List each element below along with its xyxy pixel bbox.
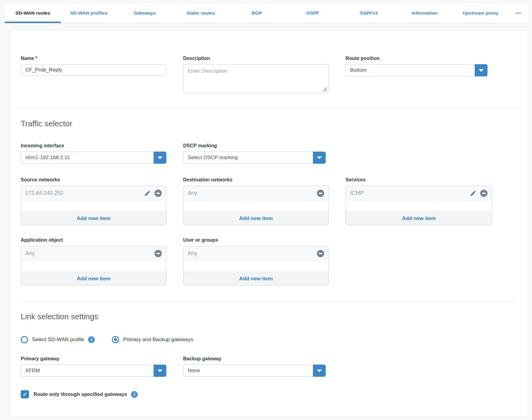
name-label: Name * bbox=[21, 56, 166, 61]
add-new-item-button[interactable]: Add new item bbox=[183, 212, 328, 225]
backup-gateway-select[interactable]: None bbox=[183, 365, 326, 377]
list-item-text: ICMP bbox=[350, 190, 470, 196]
incoming-interface-select[interactable]: xfrm1-192.168.2.11 bbox=[21, 152, 166, 164]
list-item: Any bbox=[21, 246, 166, 261]
description-textarea[interactable] bbox=[183, 64, 329, 93]
destination-networks-label: Destination networks bbox=[183, 177, 329, 183]
application-object-list: Any Add new item bbox=[21, 246, 166, 285]
checkmark-icon: ✓ bbox=[23, 391, 27, 398]
tab-static-routes[interactable]: Static routes bbox=[173, 3, 229, 23]
tab-upstream-proxy[interactable]: Upstream proxy bbox=[452, 3, 509, 23]
add-new-item-button[interactable]: Add new item bbox=[346, 212, 492, 225]
route-only-label: Route only through specified gateways bbox=[34, 391, 127, 397]
application-object-label: Application object bbox=[21, 237, 166, 243]
list-item: Any bbox=[183, 186, 328, 201]
sdwan-route-form: Name * Description Route position Bottom bbox=[10, 30, 528, 417]
tab-information[interactable]: Information bbox=[397, 3, 453, 23]
list-item-text: Any bbox=[25, 250, 154, 257]
remove-icon[interactable] bbox=[317, 190, 324, 197]
radio-label: Select SD-WAN profile bbox=[32, 337, 84, 343]
interface-dscp-row: Incoming interface xfrm1-192.168.2.11 DS… bbox=[21, 143, 516, 164]
name-field: Name * bbox=[21, 56, 166, 76]
edit-icon[interactable] bbox=[470, 190, 477, 197]
route-position-value: Bottom bbox=[346, 64, 475, 76]
incoming-interface-value: xfrm1-192.168.2.11 bbox=[21, 152, 154, 164]
add-new-item-button[interactable]: Add new item bbox=[21, 272, 166, 285]
link-mode-radio-group: Select SD-WAN profile i Primary and Back… bbox=[21, 336, 516, 343]
tab-gateways[interactable]: Gateways bbox=[117, 3, 173, 23]
add-new-item-button[interactable]: Add new item bbox=[21, 212, 166, 225]
tab-sdwan-profiles[interactable]: SD-WAN profiles bbox=[61, 3, 117, 23]
resize-handle-icon[interactable] bbox=[322, 86, 327, 92]
tab-ospf[interactable]: OSPF bbox=[285, 3, 341, 23]
chevron-down-icon[interactable] bbox=[313, 365, 326, 377]
tab-ospfv3[interactable]: OSPFv3 bbox=[341, 3, 397, 23]
primary-gateway-value: XFRM bbox=[21, 365, 154, 377]
list-item-text: 172.64.240.252 bbox=[25, 190, 144, 196]
primary-gateway-select[interactable]: XFRM bbox=[21, 365, 166, 377]
tab-bar: SD-WAN routes SD-WAN profiles Gateways S… bbox=[5, 3, 528, 23]
list-item-text: Any bbox=[188, 250, 317, 257]
chevron-down-icon[interactable] bbox=[154, 152, 166, 164]
general-settings-row: Name * Description Route position Bottom bbox=[21, 56, 516, 94]
section-divider bbox=[21, 301, 516, 302]
radio-icon[interactable] bbox=[21, 336, 28, 343]
incoming-interface-label: Incoming interface bbox=[21, 143, 166, 149]
services-list: ICMP Add new item bbox=[346, 186, 492, 225]
destination-networks-field: Destination networks Any Add new item bbox=[183, 177, 329, 225]
more-tabs-button[interactable]: ••• bbox=[509, 3, 528, 23]
route-only-checkbox[interactable]: ✓ bbox=[21, 390, 29, 398]
description-field: Description bbox=[183, 56, 329, 94]
chevron-down-icon[interactable] bbox=[475, 64, 488, 76]
user-or-groups-field: User or groups Any Add new item bbox=[183, 237, 329, 285]
remove-icon[interactable] bbox=[154, 190, 162, 197]
add-new-item-button[interactable]: Add new item bbox=[183, 272, 328, 285]
edit-icon[interactable] bbox=[144, 190, 151, 197]
primary-gateway-label: Primary gateway bbox=[21, 356, 166, 362]
source-networks-label: Source networks bbox=[21, 177, 166, 183]
chevron-down-icon[interactable] bbox=[313, 152, 326, 164]
incoming-interface-field: Incoming interface xfrm1-192.168.2.11 bbox=[21, 143, 166, 164]
description-label: Description bbox=[183, 56, 329, 61]
backup-gateway-field: Backup gateway None bbox=[183, 356, 329, 377]
dscp-marking-select[interactable]: Select DSCP marking bbox=[183, 152, 326, 164]
info-icon[interactable]: i bbox=[88, 336, 95, 343]
application-user-row: Application object Any Add new item User… bbox=[21, 237, 516, 285]
gateways-row: Primary gateway XFRM Backup gateway None bbox=[21, 356, 516, 377]
primary-gateway-field: Primary gateway XFRM bbox=[21, 356, 166, 377]
list-empty-area bbox=[346, 201, 492, 212]
radio-select-sdwan-profile[interactable]: Select SD-WAN profile bbox=[21, 336, 84, 343]
route-only-row: ✓ Route only through specified gateways … bbox=[21, 390, 516, 398]
user-or-groups-label: User or groups bbox=[183, 237, 329, 243]
tab-sdwan-routes[interactable]: SD-WAN routes bbox=[5, 3, 61, 23]
tab-bgp[interactable]: BGP bbox=[229, 3, 285, 23]
dscp-marking-label: DSCP marking bbox=[183, 143, 329, 149]
name-input[interactable] bbox=[21, 64, 166, 76]
section-divider bbox=[21, 108, 516, 108]
traffic-selector-title: Traffic selector bbox=[21, 119, 516, 128]
remove-icon[interactable] bbox=[317, 250, 324, 257]
radio-checked-icon[interactable] bbox=[112, 336, 119, 343]
list-empty-area bbox=[183, 201, 328, 212]
destination-networks-list: Any Add new item bbox=[183, 186, 329, 225]
user-or-groups-list: Any Add new item bbox=[183, 246, 329, 285]
list-item: Any bbox=[183, 246, 328, 261]
info-icon[interactable]: i bbox=[131, 391, 138, 398]
radio-primary-backup-gateways[interactable]: Primary and Backup gateways bbox=[112, 336, 193, 343]
list-item: 172.64.240.252 bbox=[21, 186, 166, 201]
remove-icon[interactable] bbox=[154, 250, 162, 257]
list-empty-area bbox=[21, 201, 166, 212]
chevron-down-icon[interactable] bbox=[154, 365, 166, 377]
backup-gateway-value: None bbox=[183, 365, 313, 377]
list-empty-area bbox=[21, 261, 166, 272]
route-position-field: Route position Bottom bbox=[346, 56, 492, 76]
dscp-marking-field: DSCP marking Select DSCP marking bbox=[183, 143, 329, 164]
remove-icon[interactable] bbox=[480, 190, 488, 197]
list-item: ICMP bbox=[346, 186, 492, 201]
services-label: Services bbox=[346, 177, 492, 183]
networks-services-row: Source networks 172.64.240.252 Add new i… bbox=[21, 177, 516, 225]
route-position-select[interactable]: Bottom bbox=[346, 64, 488, 76]
link-selection-title: Link selection settings bbox=[21, 312, 516, 321]
services-field: Services ICMP Add new item bbox=[346, 177, 492, 225]
list-empty-area bbox=[183, 261, 328, 272]
